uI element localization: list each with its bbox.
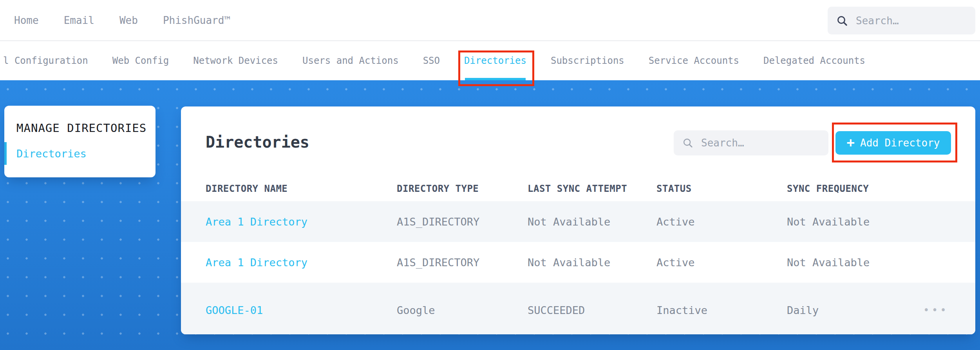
top-nav-item[interactable]: Email [64, 14, 94, 26]
search-icon [836, 15, 848, 27]
section-tab[interactable]: Users and Actions [302, 41, 399, 80]
sync-frequency-cell: Daily [787, 304, 923, 316]
directories-card: Directories + Add Directory DIRECTORY NA… [181, 106, 975, 334]
active-tab-underline [465, 78, 526, 80]
active-item-bar [4, 142, 7, 165]
plus-icon: + [847, 136, 855, 149]
add-directory-label: Add Directory [860, 137, 940, 149]
section-tab[interactable]: Delegated Accounts [763, 41, 865, 80]
directories-search[interactable] [674, 130, 828, 155]
table-row: Area 1 Directory A1S_DIRECTORY Not Avail… [181, 242, 975, 283]
column-header: DIRECTORY TYPE [397, 183, 528, 194]
section-tab-label: Web Config [112, 55, 169, 66]
top-nav-item[interactable]: PhishGuard™ [163, 14, 230, 26]
directory-name-link[interactable]: GOOGLE-01 [206, 304, 397, 316]
column-header: LAST SYNC ATTEMPT [528, 183, 656, 194]
section-tab[interactable]: Service Accounts [649, 41, 739, 80]
directories-search-input[interactable] [700, 137, 820, 149]
table-header: DIRECTORY NAMEDIRECTORY TYPELAST SYNC AT… [181, 176, 975, 201]
column-header: DIRECTORY NAME [206, 183, 397, 194]
column-header: STATUS [656, 183, 787, 194]
last-sync-cell: Not Available [528, 256, 656, 269]
status-cell: Active [656, 216, 787, 228]
status-cell: Inactive [656, 304, 787, 316]
top-nav-item[interactable]: Home [14, 14, 39, 26]
section-tab-label: Directories [464, 55, 526, 66]
directory-name-link[interactable]: Area 1 Directory [206, 256, 397, 269]
global-search-input[interactable] [855, 14, 967, 27]
section-tabs: l Configuration Web Config Network Devic… [0, 41, 980, 80]
screen: HomeEmailWebPhishGuard™ l Configuration … [0, 0, 980, 350]
side-menu-item-directories[interactable]: Directories [4, 142, 155, 165]
section-tab[interactable]: Subscriptions [551, 41, 624, 80]
directory-type-cell: A1S_DIRECTORY [397, 256, 528, 269]
add-directory-button[interactable]: + Add Directory [835, 131, 951, 155]
top-nav-items: HomeEmailWebPhishGuard™ [0, 0, 230, 40]
section-tab-label: Delegated Accounts [763, 55, 865, 66]
search-icon [682, 137, 693, 148]
top-nav: HomeEmailWebPhishGuard™ [0, 0, 980, 41]
side-card-menu: Directories [4, 142, 155, 165]
column-header: SYNC FREQUENCY [787, 183, 923, 194]
table-row: Area 1 Directory A1S_DIRECTORY Not Avail… [181, 201, 975, 242]
section-tab-label: Network Devices [193, 55, 278, 66]
directory-type-cell: Google [397, 304, 528, 316]
status-cell: Active [656, 256, 787, 269]
table-row: GOOGLE-01 Google SUCCEEDED Inactive Dail… [181, 283, 975, 334]
section-tab-label: Service Accounts [649, 55, 739, 66]
table-body: Area 1 Directory A1S_DIRECTORY Not Avail… [181, 201, 975, 334]
last-sync-cell: SUCCEEDED [528, 304, 656, 316]
section-tab-label: SSO [423, 55, 440, 66]
section-tab[interactable]: Directories [464, 41, 526, 80]
page-title: Directories [206, 133, 309, 151]
side-menu-item-label: Directories [16, 148, 87, 160]
section-tab-label: l Configuration [3, 55, 88, 66]
directories-table: DIRECTORY NAMEDIRECTORY TYPELAST SYNC AT… [181, 176, 975, 334]
add-directory-wrap: + Add Directory [835, 131, 951, 155]
ellipsis-icon[interactable]: ••• [923, 305, 947, 315]
manage-directories-card: MANAGE DIRECTORIES Directories [4, 106, 155, 177]
section-tab[interactable]: SSO [423, 41, 440, 80]
top-nav-item[interactable]: Web [119, 14, 138, 26]
sync-frequency-cell: Not Available [787, 216, 923, 228]
section-tab-label: Users and Actions [302, 55, 399, 66]
sync-frequency-cell: Not Available [787, 256, 923, 269]
side-card-title: MANAGE DIRECTORIES [16, 121, 146, 135]
global-search[interactable] [828, 7, 975, 34]
section-tab[interactable]: l Configuration [3, 41, 88, 80]
section-tab-label: Subscriptions [551, 55, 624, 66]
section-tab[interactable]: Web Config [112, 41, 169, 80]
section-tab[interactable]: Network Devices [193, 41, 278, 80]
directory-name-link[interactable]: Area 1 Directory [206, 216, 397, 228]
last-sync-cell: Not Available [528, 216, 656, 228]
directory-type-cell: A1S_DIRECTORY [397, 216, 528, 228]
